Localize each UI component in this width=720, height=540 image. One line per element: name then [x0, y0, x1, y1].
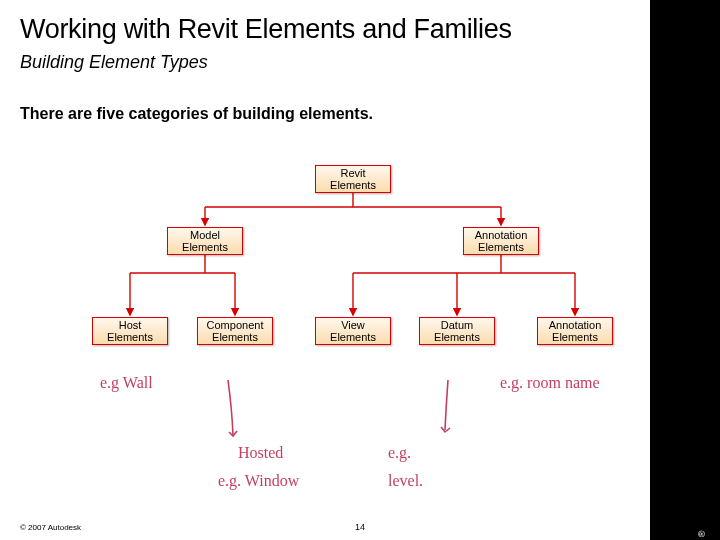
- slide: Working with Revit Elements and Families…: [0, 0, 720, 540]
- annotation-annotation-example: e.g. room name: [500, 374, 600, 392]
- annotation-datum-level: level.: [388, 472, 423, 490]
- annotation-datum-eg: e.g.: [388, 444, 411, 462]
- annotation-host-example: e.g Wall: [100, 374, 153, 392]
- registered-icon: ®: [697, 530, 707, 537]
- annotation-component-example: e.g. Window: [218, 472, 299, 490]
- annotation-component-hosted: Hosted: [238, 444, 283, 462]
- page-number: 14: [355, 522, 365, 532]
- brand-logo: Autodesk ®: [691, 530, 712, 540]
- handwritten-arrows: [0, 0, 720, 540]
- copyright-footer: © 2007 Autodesk: [20, 523, 81, 532]
- brand-sidebar: Autodesk ®: [650, 0, 720, 540]
